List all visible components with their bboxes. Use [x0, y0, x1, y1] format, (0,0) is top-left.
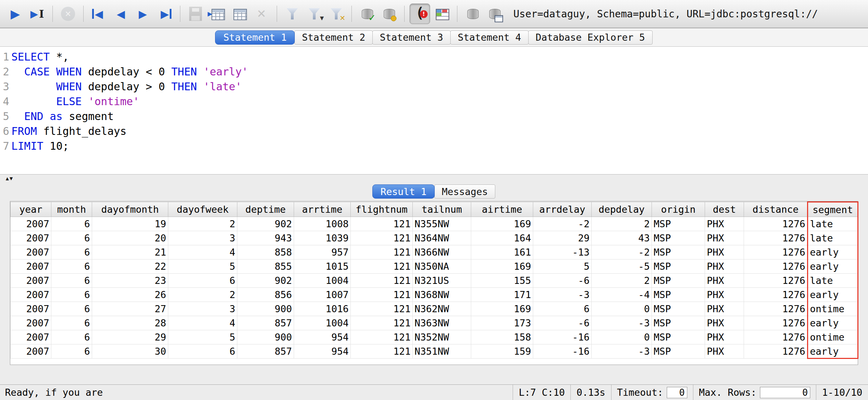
sql-editor[interactable]: 1SELECT *,2 CASE WHEN depdelay < 0 THEN …: [0, 47, 868, 174]
line-number: 1: [0, 50, 9, 64]
commit-icon: [359, 5, 376, 22]
code-line: 6FROM flight_delays: [0, 124, 868, 139]
col-header-month[interactable]: month: [51, 202, 92, 217]
execute-statement-icon: [7, 5, 24, 22]
result-tab-bar: Result 1Messages: [0, 183, 868, 200]
code-line: 5 END as segment: [0, 109, 868, 124]
table-row[interactable]: 200762628561007121N368NW171-3-4MSPPHX127…: [11, 288, 858, 302]
execute-current-button[interactable]: [27, 4, 47, 24]
cancel-statement-icon: [61, 7, 75, 21]
data-pumper-icon: [433, 5, 450, 22]
status-message: Ready, if you are: [0, 385, 513, 400]
table-header-row: yearmonthdayofmonthdayofweekdeptimearrti…: [11, 202, 858, 217]
delete-row-icon: [253, 5, 270, 22]
code-line: 4 ELSE 'ontime': [0, 94, 868, 109]
data-pumper-button[interactable]: [432, 4, 452, 24]
filter-dropdown-icon: [306, 5, 323, 22]
insert-row-button[interactable]: [229, 4, 250, 24]
tab-result-1[interactable]: Result 1: [372, 184, 435, 199]
col-header-arrdelay[interactable]: arrdelay: [533, 202, 592, 217]
tab-statement-2[interactable]: Statement 2: [294, 30, 373, 45]
code-line: 1SELECT *,: [0, 50, 868, 64]
timeout-input[interactable]: [667, 387, 687, 398]
col-header-dayofmonth[interactable]: dayofmonth: [92, 202, 168, 217]
max-rows-input[interactable]: [760, 387, 810, 398]
table-row[interactable]: 20076214858957121N366NW161-13-2MSPPHX127…: [11, 245, 858, 259]
connection-status-button[interactable]: [410, 4, 430, 24]
table-row[interactable]: 200762039431039121N364NW1642943MSPPHX127…: [11, 231, 858, 245]
max-rows-section: Max. Rows:: [693, 385, 816, 400]
database-button[interactable]: [462, 4, 483, 24]
save-changes-icon: [187, 5, 204, 22]
toolbar-separator: [351, 6, 352, 22]
col-header-distance[interactable]: distance: [744, 202, 808, 217]
table-row[interactable]: 200761929021008121N355NW169-22MSPPHX1276…: [11, 217, 858, 231]
timeout-label: Timeout:: [617, 387, 663, 398]
update-database-button[interactable]: [207, 4, 228, 24]
line-number: 7: [0, 139, 9, 154]
col-header-segment[interactable]: segment: [808, 202, 858, 217]
col-header-deptime[interactable]: deptime: [237, 202, 294, 217]
execute-current-icon: [29, 5, 46, 22]
toolbar: User=dataguy, Schema=public, URL=jdbc:po…: [0, 0, 868, 28]
execution-time: 0.13s: [570, 385, 611, 400]
timeout-section: Timeout:: [611, 385, 693, 400]
toolbar-separator: [404, 6, 405, 22]
rollback-button[interactable]: [379, 4, 399, 24]
filter-dropdown-button[interactable]: [304, 4, 325, 24]
commit-button[interactable]: [357, 4, 377, 24]
result-panel: yearmonthdayofmonthdayofweekdeptimearrti…: [10, 201, 858, 365]
splitter[interactable]: ▲ ▼: [0, 174, 868, 183]
col-header-airtime[interactable]: airtime: [471, 202, 533, 217]
result-area: yearmonthdayofmonthdayofweekdeptimearrti…: [0, 200, 868, 384]
toolbar-separator: [277, 6, 277, 22]
col-header-tailnum[interactable]: tailnum: [413, 202, 471, 217]
toolbar-groups: [4, 4, 506, 24]
next-row-button[interactable]: [133, 4, 153, 24]
tab-statement-1[interactable]: Statement 1: [215, 30, 295, 45]
table-row[interactable]: 20076295900954121N352NW158-160MSPPHX1276…: [11, 330, 858, 344]
tab-messages[interactable]: Messages: [434, 184, 495, 199]
insert-row-icon: [231, 5, 248, 22]
splitter-collapse-icon[interactable]: ▲: [6, 176, 9, 181]
tab-database-explorer-5[interactable]: Database Explorer 5: [528, 30, 653, 45]
status-bar: Ready, if you are L:7 C:10 0.13s Timeout…: [0, 384, 868, 400]
col-header-arrtime[interactable]: arrtime: [294, 202, 351, 217]
first-row-icon: [90, 5, 107, 22]
tab-statement-3[interactable]: Statement 3: [372, 30, 451, 45]
table-row[interactable]: 200762739001016121N362NW16960MSPPHX1276o…: [11, 302, 858, 316]
execute-statement-button[interactable]: [5, 4, 26, 24]
cancel-statement-button: [58, 4, 78, 24]
table-row[interactable]: 200762258551015121N350NA1695-5MSPPHX1276…: [11, 259, 858, 274]
rollback-icon: [381, 5, 398, 22]
code-line: 2 CASE WHEN depdelay < 0 THEN 'early': [0, 64, 868, 79]
tab-statement-4[interactable]: Statement 4: [450, 30, 529, 45]
line-number: 3: [0, 79, 9, 94]
table-padding: [10, 359, 858, 365]
table-row[interactable]: 20076306857954121N351NW159-16-3MSPPHX127…: [11, 344, 858, 359]
next-row-icon: [134, 5, 151, 22]
col-header-dest[interactable]: dest: [705, 202, 744, 217]
line-number: 4: [0, 94, 9, 109]
toolbar-separator: [457, 6, 457, 22]
toolbar-separator: [83, 6, 84, 22]
filter-data-icon: [284, 5, 301, 22]
col-header-flightnum[interactable]: flightnum: [351, 202, 413, 217]
connection-status-icon: [411, 5, 428, 22]
first-row-button[interactable]: [89, 4, 109, 24]
col-header-depdelay[interactable]: depdelay: [592, 202, 652, 217]
database-explorer-button[interactable]: [484, 4, 505, 24]
last-row-button[interactable]: [154, 4, 175, 24]
splitter-expand-icon[interactable]: ▼: [10, 176, 13, 181]
reset-filter-button[interactable]: [326, 4, 346, 24]
col-header-origin[interactable]: origin: [652, 202, 705, 217]
col-header-year[interactable]: year: [11, 202, 51, 217]
previous-row-button[interactable]: [111, 4, 131, 24]
table-row[interactable]: 200762369021004121N321US155-62MSPPHX1276…: [11, 274, 858, 288]
code-line: 3 WHEN depdelay > 0 THEN 'late': [0, 79, 868, 94]
row-range: 1-10/10: [816, 385, 868, 400]
filter-data-button[interactable]: [282, 4, 303, 24]
col-header-dayofweek[interactable]: dayofweek: [168, 202, 237, 217]
toolbar-separator: [180, 6, 180, 22]
table-row[interactable]: 200762848571004121N363NW173-6-3MSPPHX127…: [11, 316, 858, 330]
